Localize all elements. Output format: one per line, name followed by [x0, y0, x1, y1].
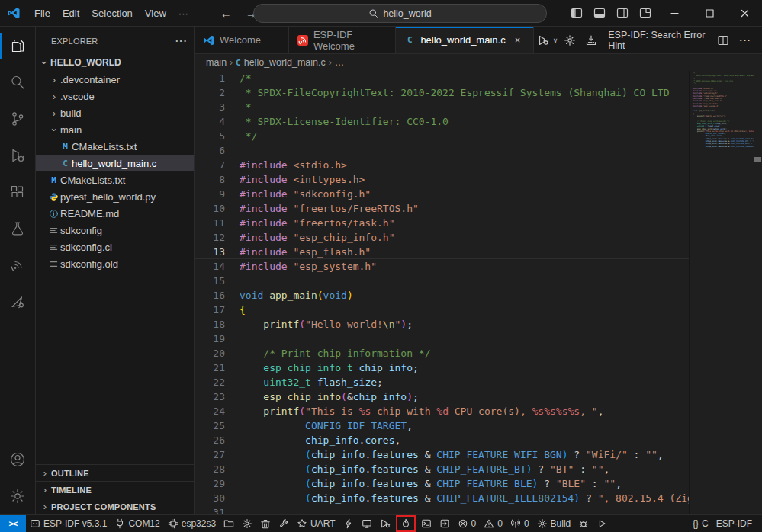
code-line-4[interactable]: 4 * SPDX-License-Identifier: CC0-1.0 — [195, 114, 689, 129]
explorer-item-hello_world[interactable]: ›HELLO_WORLD — [36, 54, 194, 71]
status-error[interactable]: 0 — [454, 515, 481, 532]
code-editor[interactable]: 1/*2 * SPDX-FileCopyrightText: 2010-2022… — [195, 71, 689, 514]
breadcrumb-folder[interactable]: main — [206, 57, 227, 68]
status-monitor[interactable] — [358, 515, 376, 532]
window-minimize-button[interactable] — [657, 0, 692, 26]
tab-welcome[interactable]: Welcome× — [195, 27, 289, 53]
status-esp-idf[interactable]: ESP-IDF — [712, 515, 756, 532]
panel-outline[interactable]: ›OUTLINE — [36, 464, 194, 481]
status-play[interactable] — [593, 515, 611, 532]
code-line-11[interactable]: 11#include "freertos/task.h" — [195, 216, 689, 230]
status-plug[interactable]: COM12 — [111, 515, 163, 532]
code-line-31[interactable]: 31 — [195, 505, 689, 514]
status-folder[interactable] — [220, 515, 238, 532]
explorer-view-icon[interactable] — [0, 27, 36, 64]
explorer-item-cmakelists.txt[interactable]: MCMakeLists.txt — [36, 138, 194, 155]
menu-file[interactable]: File — [28, 5, 56, 22]
code-line-10[interactable]: 10#include "freertos/FreeRTOS.h" — [195, 201, 689, 216]
code-line-29[interactable]: 29 (chip_info.features & CHIP_FEATURE_BL… — [195, 476, 689, 491]
tab-esp-idf-welcome[interactable]: ESP-IDF Welcome× — [289, 27, 396, 53]
code-line-5[interactable]: 5 */ — [195, 129, 689, 143]
explorer-item-hello_world_main.c[interactable]: Chello_world_main.c — [36, 155, 194, 171]
panel-timeline[interactable]: ›TIMELINE — [36, 481, 194, 498]
status-chip[interactable]: esp32s3 — [164, 515, 220, 532]
code-line-13[interactable]: 13#include "esp_flash.h" — [195, 245, 689, 259]
customize-layout-icon[interactable] — [634, 2, 657, 24]
editor-scrollbar[interactable] — [754, 71, 762, 514]
status-espidf[interactable]: ESP-IDF v5.3.1 — [26, 515, 111, 532]
testing-icon[interactable] — [0, 210, 36, 247]
status-bolt[interactable] — [339, 515, 358, 532]
account-icon[interactable] — [0, 441, 36, 478]
status-bug[interactable] — [574, 515, 593, 532]
status-gear[interactable] — [238, 515, 256, 532]
nav-back-icon[interactable]: ← — [220, 7, 232, 20]
remote-indicator[interactable]: >< — [0, 515, 26, 532]
status-wrench[interactable] — [275, 515, 293, 532]
extensions-icon[interactable] — [0, 174, 36, 210]
explorer-item-readme.md[interactable]: README.md — [36, 205, 194, 222]
code-line-24[interactable]: 24 printf("This is %s chip with %d CPU c… — [195, 404, 689, 418]
code-line-26[interactable]: 26 chip_info.cores, — [195, 433, 689, 447]
code-line-14[interactable]: 14#include "esp_system.h" — [195, 259, 689, 274]
status-antenna[interactable]: 0 — [506, 515, 533, 532]
split-editor-icon[interactable] — [714, 31, 732, 50]
editor-settings-gear-icon[interactable] — [561, 31, 579, 50]
explorer-item-.vscode[interactable]: ›.vscode — [36, 88, 194, 104]
code-line-17[interactable]: 17{ — [195, 303, 689, 317]
code-line-15[interactable]: 15 — [195, 274, 689, 288]
command-center-search[interactable]: hello_world — [253, 4, 547, 23]
toggle-sidebar-icon[interactable] — [565, 2, 588, 24]
explorer-item-build[interactable]: ›build — [36, 104, 194, 121]
code-line-18[interactable]: 18 printf("Hello world!\n"); — [195, 317, 689, 332]
menu-overflow-icon[interactable]: ··· — [172, 5, 195, 22]
code-line-23[interactable]: 23 esp_chip_info(&chip_info); — [195, 389, 689, 404]
code-line-3[interactable]: 3 * — [195, 100, 689, 114]
window-close-button[interactable] — [727, 0, 762, 26]
explorer-more-actions-icon[interactable]: ··· — [175, 35, 188, 46]
status-flame[interactable] — [396, 515, 416, 532]
explorer-item-pytest_hello_world.py[interactable]: pytest_hello_world.py — [36, 188, 194, 205]
status-gear[interactable]: Build — [533, 515, 575, 532]
toggle-secondary-sidebar-icon[interactable] — [611, 2, 634, 24]
status-braces-text[interactable]: {}C — [689, 515, 712, 532]
esp-idf-install-icon[interactable] — [582, 31, 600, 50]
code-line-20[interactable]: 20 /* Print chip information */ — [195, 346, 689, 361]
explorer-item-sdkconfig[interactable]: sdkconfig — [36, 222, 194, 239]
menu-view[interactable]: View — [139, 5, 172, 22]
breadcrumb[interactable]: main › C hello_world_main.c › … — [195, 54, 762, 71]
toggle-panel-icon[interactable] — [588, 2, 611, 24]
code-line-1[interactable]: 1/* — [195, 71, 689, 85]
code-line-28[interactable]: 28 (chip_info.features & CHIP_FEATURE_BT… — [195, 462, 689, 476]
minimap[interactable]: /* * SPDX-FileCopyrightText: 2010-2022 E… — [689, 71, 754, 514]
espressif-explorer-icon[interactable] — [0, 247, 36, 284]
code-line-8[interactable]: 8#include <inttypes.h> — [195, 172, 689, 187]
run-dropdown-chevron-icon[interactable]: ∨ — [553, 37, 558, 44]
settings-gear-icon[interactable] — [0, 478, 36, 514]
explorer-item-.devcontainer[interactable]: ›.devcontainer — [36, 71, 194, 88]
code-line-21[interactable]: 21 esp_chip_info_t chip_info; — [195, 361, 689, 375]
code-line-25[interactable]: 25 CONFIG_IDF_TARGET, — [195, 418, 689, 433]
explorer-item-main[interactable]: ›main — [36, 121, 194, 138]
code-line-6[interactable]: 6 — [195, 143, 689, 158]
run-or-debug-icon[interactable] — [534, 31, 552, 50]
code-line-19[interactable]: 19 — [195, 332, 689, 346]
code-line-2[interactable]: 2 * SPDX-FileCopyrightText: 2010-2022 Es… — [195, 85, 689, 100]
editor-more-actions-icon[interactable]: ··· — [735, 35, 757, 46]
run-debug-icon[interactable] — [0, 137, 36, 174]
code-line-9[interactable]: 9#include "sdkconfig.h" — [195, 187, 689, 201]
code-line-27[interactable]: 27 (chip_info.features & CHIP_FEATURE_WI… — [195, 447, 689, 462]
status-debug-run[interactable] — [376, 515, 394, 532]
scrollbar-handle[interactable] — [754, 157, 761, 162]
status-terminal[interactable] — [417, 515, 436, 532]
status-warning[interactable]: 0 — [480, 515, 506, 532]
tab-hello-world-main-c[interactable]: Chello_world_main.c× — [396, 27, 533, 53]
search-error-hint-button[interactable]: ESP-IDF: Search Error Hint — [603, 30, 710, 51]
status-star[interactable]: UART — [293, 515, 339, 532]
menu-selection[interactable]: Selection — [85, 5, 138, 22]
esp-idf-tools-icon[interactable] — [0, 284, 36, 320]
code-line-12[interactable]: 12#include "esp_chip_info.h" — [195, 230, 689, 245]
menu-edit[interactable]: Edit — [56, 5, 85, 22]
breadcrumb-file[interactable]: hello_world_main.c — [244, 57, 326, 68]
source-control-icon[interactable] — [0, 101, 36, 137]
